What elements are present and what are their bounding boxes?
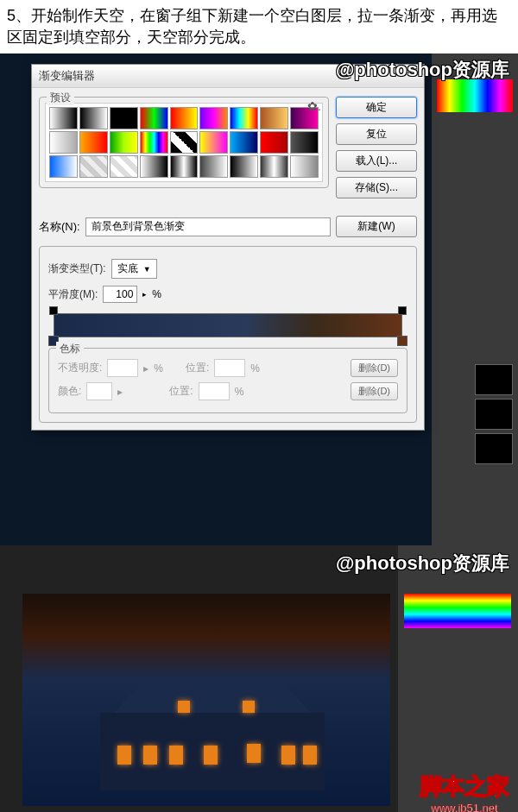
layer-thumb — [475, 399, 513, 430]
preset-swatch[interactable] — [79, 131, 108, 154]
instruction-text: 5、开始制作天空，在窗子组下新建一个空白图层，拉一条渐变，再用选区固定到填空部分… — [0, 0, 518, 54]
preset-grid — [45, 103, 323, 182]
preset-swatch[interactable] — [49, 155, 78, 178]
position-label: 位置: — [169, 384, 193, 399]
preset-swatch[interactable] — [140, 131, 168, 154]
preset-swatch[interactable] — [290, 131, 319, 154]
gradient-type-label: 渐变类型(T): — [48, 261, 106, 276]
color-stops-frame: 色标 不透明度: ▸ % 位置: % 删除(D) 颜色: ▸ 位置: — [48, 348, 407, 413]
house-illustration — [74, 668, 342, 797]
preset-swatch[interactable] — [260, 107, 288, 129]
opacity-stop-left[interactable] — [49, 306, 58, 315]
preset-swatch[interactable] — [49, 131, 78, 154]
new-button[interactable]: 新建(W) — [336, 216, 417, 237]
preset-swatch[interactable] — [260, 131, 288, 154]
preset-swatch[interactable] — [170, 107, 199, 129]
opacity-position-input — [214, 359, 245, 377]
preset-swatch[interactable] — [290, 155, 319, 178]
watermark: @photoshop资源库 — [336, 57, 509, 83]
gradient-preview — [54, 313, 402, 337]
chevron-down-icon: ▼ — [143, 265, 151, 274]
gradient-editor-dialog: 渐变编辑器 预设 ✿. 确定 复位 载入(L)... 存储(S)... 名称(N… — [31, 64, 425, 431]
stepper-icon[interactable]: ▸ — [142, 290, 147, 299]
color-stops-label: 色标 — [56, 342, 84, 356]
canvas-preview — [22, 594, 390, 806]
gradient-settings: 渐变类型(T): 实底 ▼ 平滑度(M): ▸ % 色标 — [39, 246, 417, 423]
preset-swatch[interactable] — [110, 131, 138, 154]
preset-swatch[interactable] — [140, 155, 168, 178]
preset-swatch[interactable] — [199, 155, 228, 178]
percent: % — [250, 362, 260, 375]
preset-swatch[interactable] — [140, 107, 168, 129]
smoothness-input[interactable] — [103, 286, 137, 303]
layer-thumb — [475, 364, 513, 395]
cancel-button[interactable]: 复位 — [336, 123, 417, 145]
site-brand: 脚本之家 www.jb51.net — [420, 771, 509, 812]
gear-icon[interactable]: ✿. — [307, 99, 321, 113]
gradient-type-value: 实底 — [117, 261, 138, 276]
presets-label: 预设 — [47, 91, 74, 105]
preset-swatch[interactable] — [170, 155, 199, 178]
preset-swatch[interactable] — [230, 155, 258, 178]
preset-swatch[interactable] — [260, 155, 288, 178]
watermark: @photoshop资源库 — [336, 551, 509, 576]
preset-swatch[interactable] — [230, 131, 258, 154]
opacity-field-label: 不透明度: — [58, 361, 102, 375]
name-input[interactable] — [85, 217, 331, 236]
preset-swatch[interactable] — [79, 107, 108, 129]
spectrum-swatch — [437, 79, 513, 112]
brand-url: www.jb51.net — [420, 802, 509, 812]
preset-swatch[interactable] — [79, 155, 108, 178]
preset-swatch[interactable] — [199, 131, 228, 154]
color-swatch-input — [86, 382, 112, 400]
preset-swatch[interactable] — [49, 107, 78, 129]
delete-color-stop-button: 删除(D) — [351, 382, 398, 400]
name-label: 名称(N): — [39, 219, 80, 235]
load-button[interactable]: 载入(L)... — [336, 150, 417, 172]
save-button[interactable]: 存储(S)... — [336, 177, 417, 198]
presets-frame: 预设 ✿. — [39, 97, 329, 188]
upper-screenshot: @photoshop资源库 渐变编辑器 预设 ✿. 确定 复位 载入(L)...… — [0, 54, 518, 545]
color-field-label: 颜色: — [58, 384, 81, 399]
preset-swatch[interactable] — [230, 107, 258, 129]
opacity-stop-right[interactable] — [398, 306, 407, 315]
ok-button[interactable]: 确定 — [336, 97, 417, 118]
position-label: 位置: — [186, 361, 209, 375]
preset-swatch[interactable] — [199, 107, 228, 129]
gradient-type-select[interactable]: 实底 ▼ — [111, 259, 157, 279]
layer-thumb — [475, 433, 513, 464]
preset-swatch[interactable] — [110, 107, 138, 129]
brand-name: 脚本之家 — [420, 771, 509, 802]
opacity-input — [107, 359, 138, 377]
preset-swatch[interactable] — [110, 155, 138, 178]
gradient-bar[interactable] — [54, 313, 402, 337]
percent: % — [154, 362, 163, 375]
lower-screenshot: @photoshop资源库 脚本之家 www.jb51.net — [0, 545, 518, 812]
preset-swatch[interactable] — [170, 131, 199, 154]
color-stop-right[interactable] — [397, 336, 407, 346]
percent: % — [235, 386, 244, 398]
color-position-input — [199, 382, 230, 400]
percent-label: % — [152, 288, 161, 300]
ps-right-panel — [432, 54, 518, 545]
smoothness-label: 平滑度(M): — [48, 287, 98, 302]
delete-opacity-stop-button: 删除(D) — [351, 359, 398, 377]
spectrum-swatch — [404, 594, 511, 628]
